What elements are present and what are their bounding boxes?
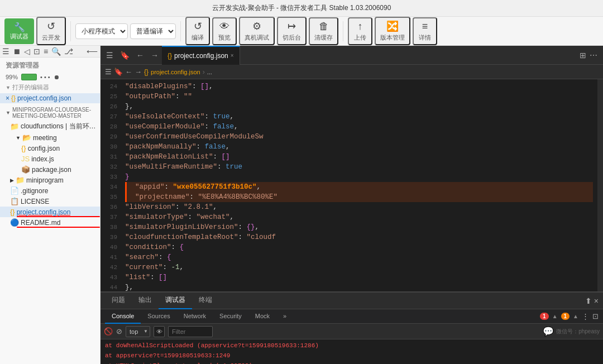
console-tab-network[interactable]: Network xyxy=(177,309,213,324)
preview-button[interactable]: 👁 预览 xyxy=(212,17,237,45)
close-panel-icon[interactable]: × xyxy=(594,296,599,305)
miniprogram-item[interactable]: ▶ 📁 miniprogram xyxy=(0,175,100,185)
index-js-item[interactable]: JS index.js xyxy=(0,154,100,164)
package-json-label: package.json xyxy=(32,166,71,174)
bc-menu-icon[interactable]: ☰ xyxy=(105,68,112,76)
console-action-icon-2[interactable]: ⊡ xyxy=(592,312,599,320)
filter-input[interactable] xyxy=(168,326,213,337)
tab-filename: project.config.json xyxy=(174,52,228,60)
project-config-item[interactable]: {} project.config.json xyxy=(0,207,100,217)
meeting-label: meeting xyxy=(33,134,57,142)
readme-label: README.md xyxy=(21,219,60,227)
console-tab-security[interactable]: Security xyxy=(213,309,248,324)
editor-tab-project-config[interactable]: {} project.config.json × xyxy=(162,46,240,65)
open-editors-label: 打开的编辑器 xyxy=(12,83,49,92)
meeting-folder-icon: 📂 xyxy=(22,133,31,142)
package-json-item[interactable]: 📦 package.json xyxy=(0,164,100,175)
bc-back-icon[interactable]: ← xyxy=(125,68,132,76)
clear-cache-button[interactable]: 🗑 清缓存 xyxy=(309,17,338,45)
stop-icon[interactable]: ⏹ xyxy=(13,47,21,56)
meeting-item[interactable]: ▼ 📂 meeting xyxy=(0,132,100,143)
console-sub-tabs: Console Sources Network Security Mock » xyxy=(100,309,603,324)
sidebar-top-icons: ☰ ⏹ ◁ ⊡ ≡ 🔍 ⎇ ⟵ xyxy=(0,46,100,58)
detail-button[interactable]: ≡ 详情 xyxy=(413,17,437,45)
divider-3 xyxy=(343,21,343,41)
tab-menu-icon[interactable]: ☰ xyxy=(103,51,117,60)
title-bar: 云开发实战-聚会助手 - 微信开发者工具 Stable 1.03.2006090 xyxy=(0,0,603,17)
project-root-group[interactable]: ▼ MINIPROGRAM-CLOUDBASE-MEETING-DEMO-MAS… xyxy=(0,103,100,121)
cloudfunctions-label: cloudfunctions | 当前环境: dianzan xyxy=(21,122,97,131)
config-json-item[interactable]: {} config.json xyxy=(0,143,100,154)
compile-button[interactable]: ↺ 编译 xyxy=(185,17,210,45)
title-text: 云开发实战-聚会助手 - 微信开发者工具 Stable 1.03.2006090 xyxy=(212,3,391,13)
editor-area: ☰ 🔖 ← → {} project.config.json × ⊞ ⋯ ☰ 🔖… xyxy=(100,46,603,364)
package-json-icon: 📦 xyxy=(21,165,30,174)
gitignore-label: .gitignore xyxy=(21,187,48,195)
level-selector[interactable]: top xyxy=(126,326,150,337)
code-content[interactable]: "disablePlugins": [], "outputPath": "" }… xyxy=(121,79,597,291)
upload-button[interactable]: ↑ 上传 xyxy=(348,17,372,45)
debugger-button[interactable]: 🔧 调试器 xyxy=(4,18,34,44)
console-tab-more[interactable]: » xyxy=(276,309,293,324)
open-file-label: project.config.json xyxy=(17,94,71,102)
open-editors-group[interactable]: ▼ 打开的编辑器 xyxy=(0,82,100,93)
readme-item[interactable]: 🔵 README.md xyxy=(0,217,100,228)
config-json-label: config.json xyxy=(28,145,60,152)
bottom-tab-issues[interactable]: 问题 xyxy=(105,293,132,309)
maximize-icon[interactable]: ⬆ xyxy=(585,296,592,305)
tab-close-icon[interactable]: × xyxy=(231,52,234,59)
split-editor-icon[interactable]: ⊞ xyxy=(580,51,586,60)
ban-icon[interactable]: 🚫 xyxy=(104,327,113,336)
branch-icon[interactable]: ⎇ xyxy=(64,47,73,56)
collapse-icon[interactable]: ⟵ xyxy=(87,47,98,56)
tab-json-icon: {} xyxy=(168,52,172,60)
close-open-file-icon[interactable]: × xyxy=(6,94,9,102)
sidebar: ☰ ⏹ ◁ ⊡ ≡ 🔍 ⎇ ⟵ 资源管理器 99% • • • ⏺ ▼ 打开的编… xyxy=(0,46,100,364)
new-file-icon[interactable]: ☰ xyxy=(2,47,9,56)
console-right-area: 1 ▲ 1 ▲ ⋮ ⊡ xyxy=(540,312,599,320)
console-action-icon-1[interactable]: ⋮ xyxy=(582,312,589,320)
tab-back-icon[interactable]: ← xyxy=(133,51,147,60)
bc-bookmark-icon[interactable]: 🔖 xyxy=(114,68,123,76)
editor-tab-bar: ☰ 🔖 ← → {} project.config.json × ⊞ ⋯ xyxy=(100,46,603,65)
tab-forward-icon[interactable]: → xyxy=(147,51,162,60)
bottom-tab-debugger[interactable]: 调试器 xyxy=(159,293,192,309)
bc-forward-icon[interactable]: → xyxy=(135,68,142,76)
console-tab-sources[interactable]: Sources xyxy=(141,309,176,324)
cloudfunctions-item[interactable]: 📁 cloudfunctions | 当前环境: dianzan xyxy=(0,121,100,132)
console-tab-console[interactable]: Console xyxy=(105,309,141,324)
bottom-tab-output[interactable]: 输出 xyxy=(132,293,159,309)
editor-more-icon[interactable]: ⋯ xyxy=(586,51,601,60)
miniprogram-label: miniprogram xyxy=(26,176,64,184)
version-button[interactable]: 🔀 版本管理 xyxy=(375,17,410,45)
open-file-item[interactable]: × {} project.config.json xyxy=(0,93,100,103)
gitignore-item[interactable]: 📄 .gitignore xyxy=(0,185,100,196)
line-numbers: 2425262728293031323334353637383940414243… xyxy=(100,79,121,291)
search-icon[interactable]: 🔍 xyxy=(51,47,61,56)
scroll-indicator[interactable] xyxy=(597,79,603,291)
breadcrumb-bar: ☰ 🔖 ← → {} project.config.json › ... xyxy=(100,65,603,79)
compile-selector[interactable]: 普通编译 xyxy=(130,23,176,39)
bottom-tab-bar: 问题 输出 调试器 终端 ⬆ × xyxy=(100,293,603,309)
battery-percent: 99% xyxy=(6,74,18,80)
main-layout: ☰ ⏹ ◁ ⊡ ≡ 🔍 ⎇ ⟵ 资源管理器 99% • • • ⏺ ▼ 打开的编… xyxy=(0,46,603,364)
cloud-dev-button[interactable]: ↺ 云开发 xyxy=(36,17,66,45)
eye-button[interactable]: 👁 xyxy=(154,326,165,337)
bottom-tab-actions: ⬆ × xyxy=(585,296,599,305)
cut-back-button[interactable]: ↦ 切后台 xyxy=(277,17,307,45)
folder-icon: 📁 xyxy=(10,122,19,131)
real-debug-button[interactable]: ⚙ 真机调试 xyxy=(239,17,275,45)
back-icon[interactable]: ◁ xyxy=(24,47,30,56)
forward-icon[interactable]: ⊡ xyxy=(34,47,40,56)
bc-separator: › xyxy=(203,68,205,76)
project-config-icon: {} xyxy=(10,208,15,216)
bottom-tab-terminal[interactable]: 终端 xyxy=(192,293,219,309)
console-output: at doWhenAllScriptLoaded (appservice?t=1… xyxy=(100,339,603,364)
tab-bookmark-icon[interactable]: 🔖 xyxy=(117,51,133,60)
divider-2 xyxy=(180,21,181,41)
license-item[interactable]: 📋 LICENSE xyxy=(0,196,100,207)
console-tab-mock[interactable]: Mock xyxy=(248,309,276,324)
mode-selector[interactable]: 小程序模式 xyxy=(75,23,128,39)
menu-icon[interactable]: ≡ xyxy=(44,47,48,56)
no-entry-icon[interactable]: ⊘ xyxy=(116,327,122,336)
